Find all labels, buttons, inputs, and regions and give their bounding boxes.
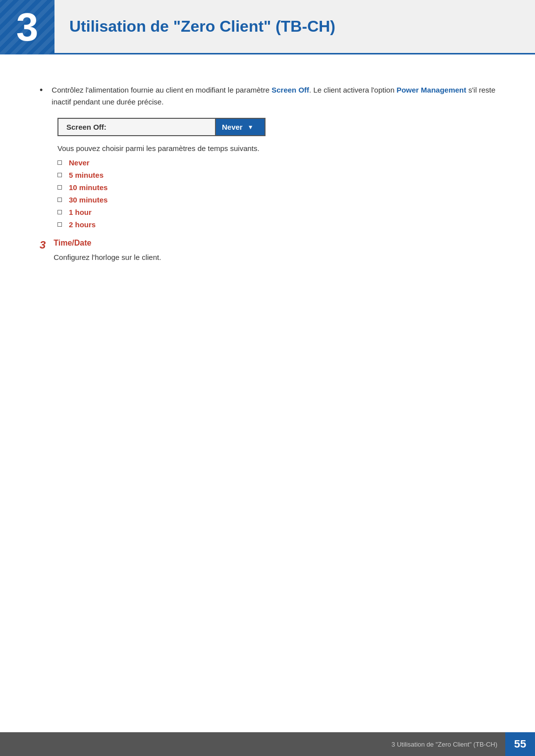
option-bullet-never [57, 160, 62, 165]
page-number: 55 [505, 732, 535, 756]
option-bullet-5min [57, 173, 62, 177]
chapter-number: 3 [16, 7, 39, 47]
option-item-1hour: 1 hour [57, 208, 505, 216]
option-item-never: Never [57, 158, 505, 167]
option-text-2hours: 2 hours [69, 220, 96, 229]
chapter-title-block: Utilisation de "Zero Client" (TB-CH) [54, 0, 535, 54]
bullet-dot: • [40, 85, 43, 96]
page-footer: 3 Utilisation de "Zero Client" (TB-CH) 5… [0, 732, 535, 756]
screen-off-widget[interactable]: Screen Off: Never ▼ [57, 118, 266, 136]
chapter-title: Utilisation de "Zero Client" (TB-CH) [69, 17, 335, 36]
main-content: • Contrôlez l'alimentation fournie au cl… [0, 84, 535, 303]
highlight-power-management: Power Management [396, 86, 466, 94]
option-text-never: Never [69, 158, 90, 167]
text-before: Contrôlez l'alimentation fournie au clie… [52, 86, 271, 94]
screen-off-label: Screen Off: [58, 119, 215, 135]
section-3-title: Time/Date [54, 239, 505, 248]
option-text-1hour: 1 hour [69, 208, 92, 216]
option-item-2hours: 2 hours [57, 220, 505, 229]
chapter-number-block: 3 [0, 0, 54, 54]
bullet-text: Contrôlez l'alimentation fournie au clie… [52, 84, 505, 108]
chapter-header: 3 Utilisation de "Zero Client" (TB-CH) [0, 0, 535, 54]
screen-off-value: Never [222, 123, 243, 131]
bullet-section: • Contrôlez l'alimentation fournie au cl… [40, 84, 505, 108]
option-item-10min: 10 minutes [57, 183, 505, 192]
option-text-5min: 5 minutes [69, 171, 104, 179]
option-bullet-10min [57, 185, 62, 190]
text-middle: . Le client activera l'option [309, 86, 396, 94]
option-bullet-2hours [57, 222, 62, 227]
highlight-screen-off: Screen Off [271, 86, 309, 94]
section-3-description: Configurez l'horloge sur le client. [54, 252, 505, 263]
options-intro: Vous pouvez choisir parmi les paramètres… [57, 144, 505, 152]
option-item-30min: 30 minutes [57, 196, 505, 204]
bullet-item: • Contrôlez l'alimentation fournie au cl… [40, 84, 505, 108]
option-text-30min: 30 minutes [69, 196, 107, 204]
dropdown-arrow-icon: ▼ [248, 124, 254, 131]
options-list: Never 5 minutes 10 minutes 30 minutes 1 … [57, 158, 505, 229]
option-item-5min: 5 minutes [57, 171, 505, 179]
section-3-number: 3 [40, 239, 46, 252]
option-text-10min: 10 minutes [69, 183, 107, 192]
screen-off-dropdown[interactable]: Never ▼ [215, 119, 265, 135]
footer-text: 3 Utilisation de "Zero Client" (TB-CH) [391, 741, 505, 748]
option-bullet-1hour [57, 210, 62, 214]
section-3-timedate: 3 Time/Date Configurez l'horloge sur le … [40, 239, 505, 263]
section-3-content: Time/Date Configurez l'horloge sur le cl… [54, 239, 505, 263]
option-bullet-30min [57, 198, 62, 202]
